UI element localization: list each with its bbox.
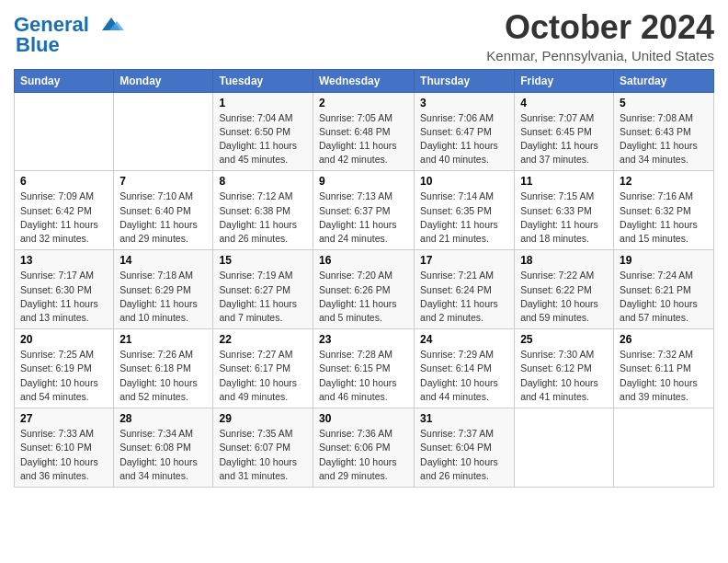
- day-cell: 3Sunrise: 7:06 AM Sunset: 6:47 PM Daylig…: [415, 92, 515, 171]
- day-number: 24: [420, 333, 508, 346]
- day-cell: 9Sunrise: 7:13 AM Sunset: 6:37 PM Daylig…: [313, 171, 414, 250]
- day-info: Sunrise: 7:04 AM Sunset: 6:50 PM Dayligh…: [219, 111, 307, 167]
- day-cell: 27Sunrise: 7:33 AM Sunset: 6:10 PM Dayli…: [15, 408, 114, 488]
- day-info: Sunrise: 7:14 AM Sunset: 6:35 PM Dayligh…: [420, 190, 508, 246]
- day-cell: 17Sunrise: 7:21 AM Sunset: 6:24 PM Dayli…: [415, 250, 515, 329]
- day-cell: [614, 408, 714, 488]
- day-number: 7: [119, 175, 207, 188]
- day-info: Sunrise: 7:15 AM Sunset: 6:33 PM Dayligh…: [520, 190, 608, 246]
- day-cell: 29Sunrise: 7:35 AM Sunset: 6:07 PM Dayli…: [213, 408, 313, 488]
- day-number: 29: [219, 412, 307, 425]
- header-thursday: Thursday: [415, 69, 515, 92]
- day-number: 6: [20, 175, 108, 188]
- day-number: 31: [420, 412, 508, 425]
- day-number: 8: [219, 175, 307, 188]
- day-number: 25: [520, 333, 608, 346]
- day-cell: [114, 92, 213, 171]
- day-number: 16: [319, 254, 408, 267]
- day-cell: 24Sunrise: 7:29 AM Sunset: 6:14 PM Dayli…: [415, 329, 515, 408]
- day-info: Sunrise: 7:05 AM Sunset: 6:48 PM Dayligh…: [319, 111, 408, 167]
- day-cell: 25Sunrise: 7:30 AM Sunset: 6:12 PM Dayli…: [515, 329, 614, 408]
- logo: General Blue: [14, 13, 124, 57]
- day-number: 27: [20, 412, 108, 425]
- day-number: 1: [219, 97, 307, 109]
- day-info: Sunrise: 7:13 AM Sunset: 6:37 PM Dayligh…: [319, 190, 408, 246]
- header-friday: Friday: [515, 69, 614, 92]
- day-info: Sunrise: 7:19 AM Sunset: 6:27 PM Dayligh…: [219, 269, 307, 325]
- day-cell: 23Sunrise: 7:28 AM Sunset: 6:15 PM Dayli…: [313, 329, 414, 408]
- logo-blue: Blue: [16, 33, 60, 57]
- day-cell: 6Sunrise: 7:09 AM Sunset: 6:42 PM Daylig…: [15, 171, 114, 250]
- day-cell: 13Sunrise: 7:17 AM Sunset: 6:30 PM Dayli…: [15, 250, 114, 329]
- day-cell: [15, 92, 114, 171]
- header-tuesday: Tuesday: [213, 69, 313, 92]
- day-number: 5: [620, 97, 708, 109]
- calendar-table: SundayMondayTuesdayWednesdayThursdayFrid…: [14, 69, 714, 488]
- day-info: Sunrise: 7:37 AM Sunset: 6:04 PM Dayligh…: [420, 427, 508, 483]
- page-header: General Blue October 2024 Kenmar, Pennsy…: [14, 9, 714, 63]
- day-number: 26: [620, 333, 708, 346]
- day-cell: 30Sunrise: 7:36 AM Sunset: 6:06 PM Dayli…: [313, 408, 414, 488]
- day-cell: [515, 408, 614, 488]
- header-monday: Monday: [114, 69, 213, 92]
- week-row-5: 27Sunrise: 7:33 AM Sunset: 6:10 PM Dayli…: [15, 408, 714, 488]
- month-title: October 2024: [486, 9, 714, 46]
- calendar-header-row: SundayMondayTuesdayWednesdayThursdayFrid…: [15, 69, 714, 92]
- day-info: Sunrise: 7:25 AM Sunset: 6:19 PM Dayligh…: [20, 348, 108, 404]
- day-info: Sunrise: 7:35 AM Sunset: 6:07 PM Dayligh…: [219, 427, 307, 483]
- header-saturday: Saturday: [614, 69, 714, 92]
- day-info: Sunrise: 7:21 AM Sunset: 6:24 PM Dayligh…: [420, 269, 508, 325]
- day-number: 2: [319, 97, 408, 109]
- week-row-4: 20Sunrise: 7:25 AM Sunset: 6:19 PM Dayli…: [15, 329, 714, 408]
- title-section: October 2024 Kenmar, Pennsylvania, Unite…: [486, 9, 714, 63]
- day-info: Sunrise: 7:36 AM Sunset: 6:06 PM Dayligh…: [319, 427, 408, 483]
- day-cell: 31Sunrise: 7:37 AM Sunset: 6:04 PM Dayli…: [415, 408, 515, 488]
- day-number: 4: [520, 97, 608, 109]
- day-number: 18: [520, 254, 608, 267]
- day-info: Sunrise: 7:27 AM Sunset: 6:17 PM Dayligh…: [219, 348, 307, 404]
- day-cell: 16Sunrise: 7:20 AM Sunset: 6:26 PM Dayli…: [313, 250, 414, 329]
- day-cell: 8Sunrise: 7:12 AM Sunset: 6:38 PM Daylig…: [213, 171, 313, 250]
- day-info: Sunrise: 7:20 AM Sunset: 6:26 PM Dayligh…: [319, 269, 408, 325]
- day-cell: 19Sunrise: 7:24 AM Sunset: 6:21 PM Dayli…: [614, 250, 714, 329]
- day-info: Sunrise: 7:10 AM Sunset: 6:40 PM Dayligh…: [119, 190, 207, 246]
- day-number: 21: [119, 333, 207, 346]
- day-number: 13: [20, 254, 108, 267]
- day-cell: 20Sunrise: 7:25 AM Sunset: 6:19 PM Dayli…: [15, 329, 114, 408]
- day-number: 11: [520, 175, 608, 188]
- day-number: 17: [420, 254, 508, 267]
- day-number: 28: [119, 412, 207, 425]
- day-info: Sunrise: 7:07 AM Sunset: 6:45 PM Dayligh…: [520, 111, 608, 167]
- day-info: Sunrise: 7:12 AM Sunset: 6:38 PM Dayligh…: [219, 190, 307, 246]
- day-cell: 10Sunrise: 7:14 AM Sunset: 6:35 PM Dayli…: [415, 171, 515, 250]
- header-wednesday: Wednesday: [313, 69, 414, 92]
- day-info: Sunrise: 7:17 AM Sunset: 6:30 PM Dayligh…: [20, 269, 108, 325]
- day-cell: 21Sunrise: 7:26 AM Sunset: 6:18 PM Dayli…: [114, 329, 213, 408]
- header-sunday: Sunday: [15, 69, 114, 92]
- day-cell: 11Sunrise: 7:15 AM Sunset: 6:33 PM Dayli…: [515, 171, 614, 250]
- day-cell: 28Sunrise: 7:34 AM Sunset: 6:08 PM Dayli…: [114, 408, 213, 488]
- day-number: 10: [420, 175, 508, 188]
- day-info: Sunrise: 7:33 AM Sunset: 6:10 PM Dayligh…: [20, 427, 108, 483]
- day-info: Sunrise: 7:28 AM Sunset: 6:15 PM Dayligh…: [319, 348, 408, 404]
- logo-icon: [95, 14, 124, 34]
- day-info: Sunrise: 7:06 AM Sunset: 6:47 PM Dayligh…: [420, 111, 508, 167]
- day-number: 23: [319, 333, 408, 346]
- day-number: 22: [219, 333, 307, 346]
- day-cell: 15Sunrise: 7:19 AM Sunset: 6:27 PM Dayli…: [213, 250, 313, 329]
- day-cell: 7Sunrise: 7:10 AM Sunset: 6:40 PM Daylig…: [114, 171, 213, 250]
- day-info: Sunrise: 7:34 AM Sunset: 6:08 PM Dayligh…: [119, 427, 207, 483]
- day-info: Sunrise: 7:29 AM Sunset: 6:14 PM Dayligh…: [420, 348, 508, 404]
- day-number: 3: [420, 97, 508, 109]
- day-info: Sunrise: 7:24 AM Sunset: 6:21 PM Dayligh…: [620, 269, 708, 325]
- location: Kenmar, Pennsylvania, United States: [486, 48, 714, 63]
- day-cell: 14Sunrise: 7:18 AM Sunset: 6:29 PM Dayli…: [114, 250, 213, 329]
- day-info: Sunrise: 7:22 AM Sunset: 6:22 PM Dayligh…: [520, 269, 608, 325]
- day-cell: 12Sunrise: 7:16 AM Sunset: 6:32 PM Dayli…: [614, 171, 714, 250]
- day-cell: 18Sunrise: 7:22 AM Sunset: 6:22 PM Dayli…: [515, 250, 614, 329]
- day-info: Sunrise: 7:16 AM Sunset: 6:32 PM Dayligh…: [620, 190, 708, 246]
- day-info: Sunrise: 7:08 AM Sunset: 6:43 PM Dayligh…: [620, 111, 708, 167]
- day-cell: 22Sunrise: 7:27 AM Sunset: 6:17 PM Dayli…: [213, 329, 313, 408]
- day-number: 30: [319, 412, 408, 425]
- day-info: Sunrise: 7:30 AM Sunset: 6:12 PM Dayligh…: [520, 348, 608, 404]
